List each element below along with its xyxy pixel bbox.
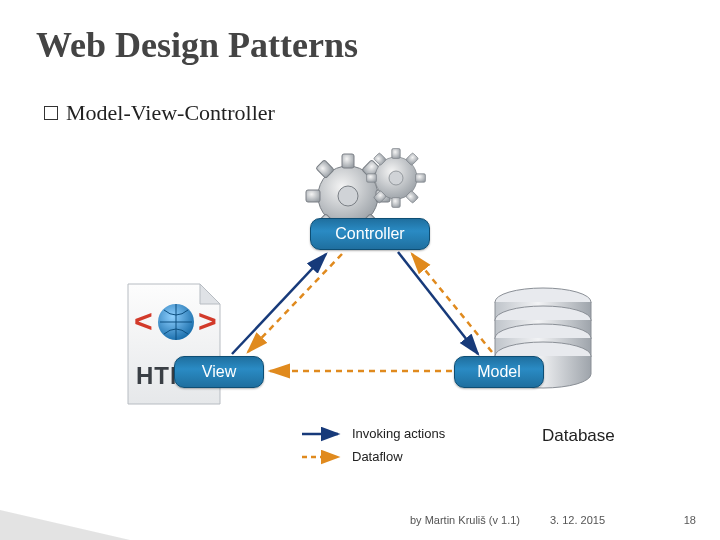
legend: Invoking actions Dataflow (300, 426, 445, 472)
slide-subtitle: Model-View-Controller (66, 100, 275, 126)
arrows-layer (0, 130, 720, 450)
node-view: View (174, 356, 264, 388)
legend-invoking: Invoking actions (300, 426, 445, 441)
svg-line-31 (412, 254, 492, 352)
footer-date: 3. 12. 2015 (550, 514, 605, 526)
svg-line-30 (248, 254, 342, 352)
svg-line-28 (232, 254, 326, 354)
node-model: Model (454, 356, 544, 388)
legend-invoking-label: Invoking actions (352, 426, 445, 441)
database-label: Database (542, 426, 615, 446)
footer-page: 18 (684, 514, 696, 526)
legend-dataflow: Dataflow (300, 449, 445, 464)
bullet-box-icon (44, 106, 58, 120)
node-controller: Controller (310, 218, 430, 250)
svg-line-29 (398, 252, 478, 354)
footer-author: by Martin Kruliš (v 1.1) (410, 514, 520, 526)
legend-arrow-solid-icon (300, 428, 342, 440)
slide-title: Web Design Patterns (36, 24, 358, 66)
bullet-row: Model-View-Controller (44, 100, 275, 126)
legend-arrow-dashed-icon (300, 451, 342, 463)
mvc-diagram: < > HTML (0, 130, 720, 450)
corner-decoration (0, 510, 130, 540)
legend-dataflow-label: Dataflow (352, 449, 403, 464)
